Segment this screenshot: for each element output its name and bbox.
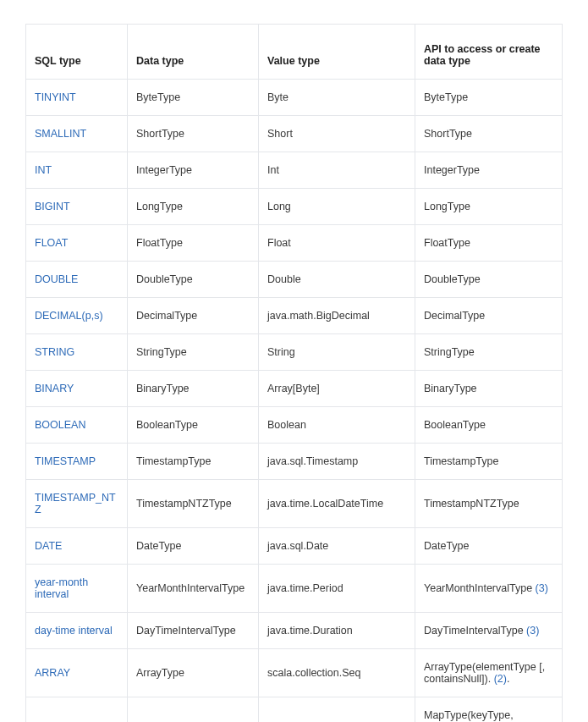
sql-type-link[interactable]: DATE	[35, 540, 62, 552]
value-type-cell: java.time.Duration	[259, 613, 415, 649]
sql-type-link[interactable]: DOUBLE	[35, 273, 78, 285]
data-type-cell: MapType	[128, 697, 259, 723]
data-type-cell: DateType	[128, 528, 259, 565]
sql-type-link[interactable]: year-month interval	[35, 576, 88, 600]
api-text: DecimalType	[424, 310, 485, 322]
value-type-cell: java.math.BigDecimal	[259, 298, 415, 334]
value-type-cell: scala.collection.Seq	[259, 649, 415, 697]
value-type-cell: Double	[259, 262, 415, 298]
sql-type-link[interactable]: TIMESTAMP	[35, 455, 96, 467]
api-cell: StringType	[415, 334, 563, 371]
table-row: SMALLINTShortTypeShortShortType	[26, 116, 563, 152]
header-api: API to access or create data type	[415, 25, 563, 80]
api-text: MapType(keyType, valueType [, valueConta…	[424, 709, 521, 722]
value-type-cell: Int	[259, 152, 415, 189]
table-row: MAPMapTypescala.collection.MapMapType(ke…	[26, 697, 563, 723]
data-type-cell: DayTimeIntervalType	[128, 613, 259, 649]
table-row: ARRAYArrayTypescala.collection.SeqArrayT…	[26, 649, 563, 697]
value-type-cell: Short	[259, 116, 415, 152]
api-cell: DoubleType	[415, 262, 563, 298]
api-cell: MapType(keyType, valueType [, valueConta…	[415, 697, 563, 723]
table-row: BOOLEANBooleanTypeBooleanBooleanType	[26, 407, 563, 444]
sql-type-link[interactable]: TINYINT	[35, 91, 76, 103]
api-cell: ByteType	[415, 80, 563, 116]
api-text: TimestampNTZType	[424, 498, 519, 510]
header-data-type: Data type	[128, 25, 259, 80]
note-suffix: .	[507, 673, 509, 685]
api-text: DateType	[424, 540, 470, 552]
sql-type-link[interactable]: INT	[35, 164, 52, 176]
table-row: DATEDateTypejava.sql.DateDateType	[26, 528, 563, 565]
note-ref-link[interactable]: (3)	[526, 625, 539, 637]
sql-type-link[interactable]: FLOAT	[35, 237, 68, 249]
data-type-cell: ArrayType	[128, 649, 259, 697]
api-cell: TimestampType	[415, 444, 563, 480]
api-cell: YearMonthIntervalType (3)	[415, 565, 563, 613]
api-cell: BooleanType	[415, 407, 563, 444]
data-type-cell: BinaryType	[128, 371, 259, 407]
note-ref-link[interactable]: (3)	[536, 582, 548, 594]
data-type-cell: StringType	[128, 334, 259, 371]
api-text: BinaryType	[424, 383, 477, 394]
api-text: ByteType	[424, 91, 468, 103]
api-cell: BinaryType	[415, 371, 563, 407]
api-text: LongType	[424, 201, 470, 212]
data-type-cell: BooleanType	[128, 407, 259, 444]
value-type-cell: String	[259, 334, 415, 371]
data-type-cell: LongType	[128, 189, 259, 225]
api-text: YearMonthIntervalType	[424, 582, 536, 594]
value-type-cell: Boolean	[259, 407, 415, 444]
api-text: DoubleType	[424, 273, 481, 285]
data-type-cell: ByteType	[128, 80, 259, 116]
api-cell: TimestampNTZType	[415, 480, 563, 528]
sql-type-link[interactable]: SMALLINT	[35, 128, 86, 140]
api-text: IntegerType	[424, 164, 480, 176]
sql-type-link[interactable]: STRING	[35, 346, 74, 358]
value-type-cell: java.sql.Date	[259, 528, 415, 565]
api-text: StringType	[424, 346, 475, 358]
value-type-cell: Array[Byte]	[259, 371, 415, 407]
table-row: BINARYBinaryTypeArray[Byte]BinaryType	[26, 371, 563, 407]
sql-type-link[interactable]: BOOLEAN	[35, 419, 85, 431]
api-cell: DateType	[415, 528, 563, 565]
api-cell: ArrayType(elementType [, containsNull]).…	[415, 649, 563, 697]
header-sql-type: SQL type	[26, 25, 128, 80]
header-value-type: Value type	[259, 25, 415, 80]
sql-type-link[interactable]: BIGINT	[35, 201, 70, 212]
api-cell: FloatType	[415, 225, 563, 262]
sql-type-link[interactable]: day-time interval	[35, 625, 113, 637]
data-type-cell: IntegerType	[128, 152, 259, 189]
table-row: DOUBLEDoubleTypeDoubleDoubleType	[26, 262, 563, 298]
table-row: DECIMAL(p,s)DecimalTypejava.math.BigDeci…	[26, 298, 563, 334]
api-text: FloatType	[424, 237, 470, 249]
sql-type-link[interactable]: ARRAY	[35, 667, 70, 679]
api-cell: LongType	[415, 189, 563, 225]
data-type-cell: YearMonthIntervalType	[128, 565, 259, 613]
api-cell: ShortType	[415, 116, 563, 152]
api-text: BooleanType	[424, 419, 486, 431]
api-text: DayTimeIntervalType	[424, 625, 526, 637]
table-header-row: SQL type Data type Value type API to acc…	[26, 25, 563, 80]
api-cell: DayTimeIntervalType (3)	[415, 613, 563, 649]
data-type-cell: DecimalType	[128, 298, 259, 334]
sql-type-link[interactable]: DECIMAL(p,s)	[35, 310, 103, 322]
table-row: BIGINTLongTypeLongLongType	[26, 189, 563, 225]
table-row: year-month intervalYearMonthIntervalType…	[26, 565, 563, 613]
value-type-cell: Float	[259, 225, 415, 262]
api-text: TimestampType	[424, 455, 498, 467]
table-row: TINYINTByteTypeByteByteType	[26, 80, 563, 116]
table-row: STRINGStringTypeStringStringType	[26, 334, 563, 371]
note-ref-link[interactable]: (2)	[494, 673, 507, 685]
data-type-cell: TimestampType	[128, 444, 259, 480]
sql-type-link[interactable]: TIMESTAMP_NTZ	[35, 492, 116, 515]
value-type-cell: java.time.Period	[259, 565, 415, 613]
value-type-cell: java.time.LocalDateTime	[259, 480, 415, 528]
data-type-cell: ShortType	[128, 116, 259, 152]
table-row: INTIntegerTypeIntIntegerType	[26, 152, 563, 189]
api-cell: IntegerType	[415, 152, 563, 189]
table-row: FLOATFloatTypeFloatFloatType	[26, 225, 563, 262]
sql-type-link[interactable]: BINARY	[35, 383, 74, 394]
api-cell: DecimalType	[415, 298, 563, 334]
data-type-cell: DoubleType	[128, 262, 259, 298]
table-row: TIMESTAMPTimestampTypejava.sql.Timestamp…	[26, 444, 563, 480]
